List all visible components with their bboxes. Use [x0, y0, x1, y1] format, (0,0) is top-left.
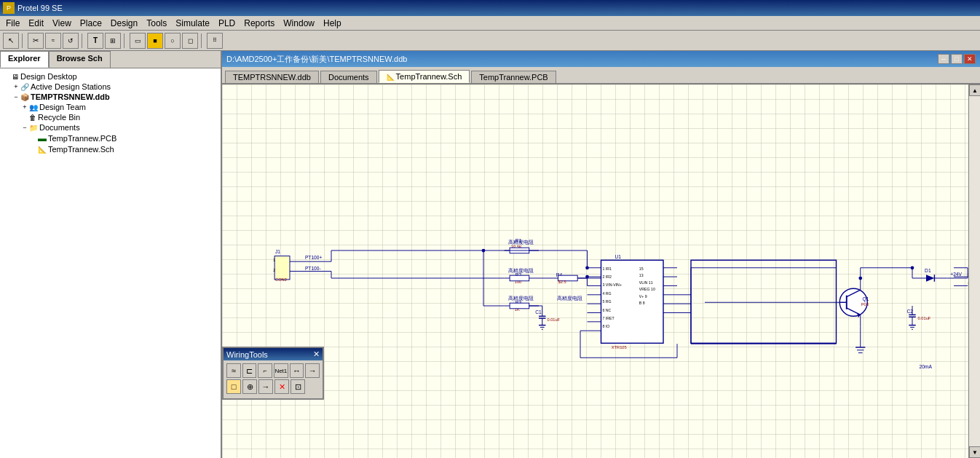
expand-documents[interactable]: −	[20, 124, 29, 131]
menu-reports[interactable]: Reports	[240, 16, 279, 30]
tb-sep3	[124, 33, 127, 48]
svg-text:+24V: +24V	[950, 272, 962, 277]
wt-component[interactable]: □	[226, 379, 241, 394]
doc-maximize[interactable]: □	[951, 54, 963, 64]
expand-design-team[interactable]: +	[20, 103, 29, 111]
tree-area: 🖥 Design Desktop + 🔗 Active Design Stati…	[0, 68, 221, 458]
svg-point-131	[585, 266, 589, 269]
wt-net[interactable]: Net1	[274, 363, 288, 378]
schematic-area[interactable]: J1 1 2 CON2 PT100+ PT100- R1 32.5K	[222, 84, 980, 458]
svg-text:2: 2	[273, 268, 275, 272]
tb-sep1	[22, 33, 25, 48]
wiring-close-btn[interactable]: ✕	[313, 350, 320, 359]
icon-temptrsnnew: 📦	[20, 93, 29, 101]
wiring-tools-title[interactable]: WiringTools ✕	[224, 348, 323, 360]
menu-tools[interactable]: Tools	[142, 16, 171, 30]
tree-temptrsnnew[interactable]: − 📦 TEMPTRSNNEW.ddb	[3, 92, 218, 102]
tree-design-desktop[interactable]: 🖥 Design Desktop	[3, 71, 218, 82]
title-bar: P Protel 99 SE	[0, 0, 980, 16]
menu-view[interactable]: View	[48, 16, 76, 30]
tb-arrow[interactable]: ↖	[3, 33, 19, 49]
schematic-svg: J1 1 2 CON2 PT100+ PT100- R1 32.5K	[222, 84, 980, 458]
tb-dots[interactable]: ⠿	[207, 33, 223, 49]
svg-text:VREG 10: VREG 10	[639, 287, 655, 291]
menu-help[interactable]: Help	[319, 16, 346, 30]
menu-edit[interactable]: Edit	[24, 16, 48, 30]
tree-design-team[interactable]: + 👥 Design Team	[3, 102, 218, 112]
component-D1: D1	[912, 268, 947, 281]
doc-title-bar: D:\AMD2500+工作备份\新美\TEMPTRSNNEW.ddb ─ □ ✕	[222, 51, 980, 67]
svg-point-132	[858, 277, 862, 280]
tb-sep4	[201, 33, 204, 48]
tb-ellipse[interactable]: ○	[165, 33, 181, 49]
tab-pcb[interactable]: TempTrannew.PCB	[471, 71, 556, 83]
wt-bus[interactable]: ⊏	[242, 363, 257, 378]
doc-minimize[interactable]: ─	[938, 54, 949, 64]
component-U1: U1 XTR105 1 IR1 2 IR2 3 VIN-VIN+ 4 RG 5 …	[588, 254, 692, 350]
doc-tabs: TEMPTRSNNEW.ddb Documents 📐TempTrannew.S…	[222, 67, 980, 84]
tb-rect[interactable]: ▭	[130, 33, 146, 49]
tree-sch[interactable]: 📐 TempTrannew.Sch	[3, 144, 218, 154]
tb-fill-rect[interactable]: ■	[147, 33, 163, 49]
component-R1: R1 32.5K 高精度电阻	[505, 238, 540, 253]
scroll-track-v[interactable]	[969, 96, 980, 446]
tree-pcb[interactable]: ▬ TempTrannew.PCB	[3, 133, 218, 144]
menu-file[interactable]: File	[1, 16, 24, 30]
tb-grid[interactable]: ⊞	[105, 33, 121, 49]
icon-design-desktop: 🖥	[12, 73, 19, 81]
svg-text:XTR105: XTR105	[612, 345, 627, 350]
ground-Q1	[855, 327, 865, 353]
wt-delete[interactable]: ✕	[274, 379, 289, 394]
wt-junction[interactable]: ⊕	[242, 379, 257, 394]
tab-explorer[interactable]: Explorer	[0, 51, 49, 68]
tb-circle-arrow[interactable]: ↺	[63, 33, 79, 49]
svg-text:高精度电阻: 高精度电阻	[508, 296, 534, 301]
tb-wave[interactable]: ≈	[45, 33, 61, 49]
menu-place[interactable]: Place	[76, 16, 106, 30]
wiring-row-1: ≈ ⊏ ⌐ Net1 ↔ →	[226, 363, 320, 378]
menu-pld[interactable]: PLD	[214, 16, 240, 30]
scroll-up-btn[interactable]: ▲	[969, 84, 980, 96]
svg-text:D1: D1	[925, 268, 931, 273]
menu-window[interactable]: Window	[279, 16, 319, 30]
tb-cut[interactable]: ✂	[28, 33, 44, 49]
wt-branch[interactable]: ⌐	[258, 363, 272, 378]
tab-sch[interactable]: 📐TempTrannew.Sch	[379, 70, 470, 83]
tb-arc[interactable]: ◻	[182, 33, 198, 49]
svg-text:13: 13	[639, 273, 644, 277]
wt-no-connect[interactable]: →	[258, 379, 273, 394]
toolbar: ↖ ✂ ≈ ↺ T ⊞ ▭ ■ ○ ◻ ⠿	[0, 31, 980, 51]
tree-active-stations[interactable]: + 🔗 Active Design Stations	[3, 82, 218, 92]
svg-text:J1: J1	[275, 249, 280, 254]
svg-text:V+ 9: V+ 9	[639, 294, 647, 299]
wt-power[interactable]: ↔	[290, 363, 304, 378]
tab-ddb[interactable]: TEMPTRSNNEW.ddb	[225, 71, 319, 83]
wt-wire[interactable]: ≈	[226, 363, 241, 378]
svg-text:U1: U1	[615, 254, 622, 259]
tab-docs[interactable]: Documents	[320, 71, 377, 83]
icon-documents: 📁	[29, 124, 38, 132]
svg-text:7 IRET: 7 IRET	[602, 316, 615, 320]
tree-recycle-bin[interactable]: 🗑 Recycle Bin	[3, 112, 218, 122]
menu-design[interactable]: Design	[106, 16, 142, 30]
wt-arrow[interactable]: →	[305, 363, 320, 378]
component-Q1: Q1 P03	[839, 278, 869, 327]
svg-point-130	[585, 275, 589, 279]
tree-documents[interactable]: − 📁 Documents	[3, 122, 218, 133]
main-area: Explorer Browse Sch 🖥 Design Desktop + 🔗…	[0, 51, 980, 458]
left-panel: Explorer Browse Sch 🖥 Design Desktop + 🔗…	[0, 51, 222, 458]
v-scrollbar[interactable]: ▲ ▼	[968, 84, 980, 458]
svg-text:P03: P03	[861, 302, 869, 307]
tb-T[interactable]: T	[87, 33, 103, 49]
svg-text:6 NC: 6 NC	[602, 308, 611, 312]
menu-bar: File Edit View Place Design Tools Simula…	[0, 16, 980, 31]
wt-end[interactable]: ⊡	[291, 379, 305, 394]
menu-simulate[interactable]: Simulate	[171, 16, 214, 30]
doc-close[interactable]: ✕	[964, 54, 976, 64]
expand-temptrsnnew[interactable]: −	[12, 93, 20, 100]
scroll-down-btn[interactable]: ▼	[969, 446, 980, 458]
svg-point-133	[911, 266, 914, 269]
tab-browse-sch[interactable]: Browse Sch	[49, 51, 111, 68]
expand-active-stations[interactable]: +	[12, 83, 20, 90]
svg-text:15: 15	[639, 266, 644, 271]
